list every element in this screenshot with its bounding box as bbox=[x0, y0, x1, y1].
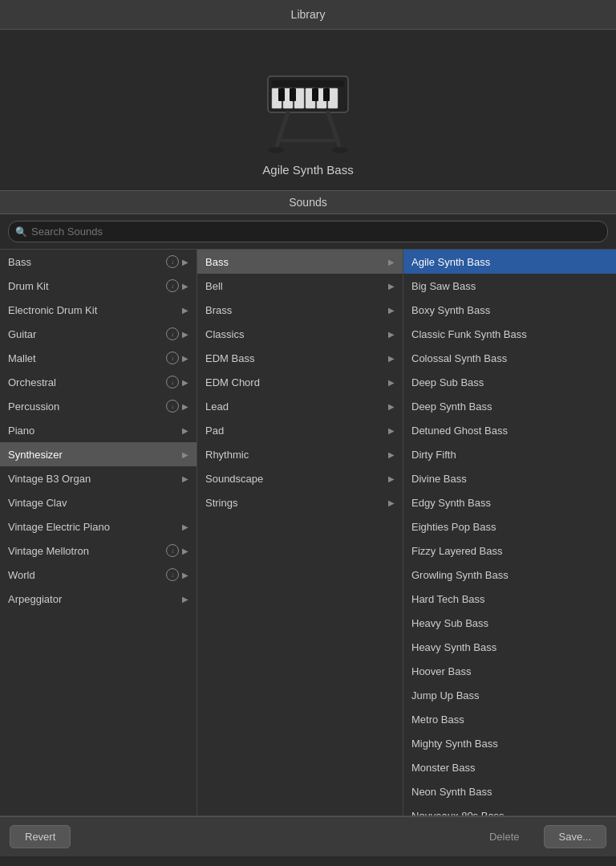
list-item[interactable]: Rhythmic▶ bbox=[197, 442, 403, 466]
download-icon[interactable]: ↓ bbox=[166, 400, 179, 413]
preset-label: Hard Tech Bass bbox=[411, 593, 485, 605]
arrow-right-icon: ▶ bbox=[182, 330, 188, 339]
svg-point-15 bbox=[268, 147, 284, 153]
list-item[interactable]: EDM Chord▶ bbox=[197, 370, 403, 394]
preset-label: Monster Bass bbox=[411, 762, 475, 774]
list-item[interactable]: Soundscape▶ bbox=[197, 466, 403, 490]
list-area: Bass↓▶Drum Kit↓▶Electronic Drum Kit▶Guit… bbox=[0, 250, 616, 816]
list-item[interactable]: Deep Synth Bass bbox=[403, 394, 616, 418]
arrow-right-icon: ▶ bbox=[182, 354, 188, 363]
delete-button[interactable]: Delete bbox=[475, 825, 534, 848]
list-item[interactable]: Heavy Synth Bass bbox=[403, 635, 616, 659]
list-item[interactable]: Big Saw Bass bbox=[403, 274, 616, 298]
list-item[interactable]: Classic Funk Synth Bass bbox=[403, 322, 616, 346]
list-item[interactable]: Growling Synth Bass bbox=[403, 563, 616, 587]
subcategory-label: Classics bbox=[205, 328, 244, 340]
arrow-right-icon: ▶ bbox=[182, 474, 188, 483]
list-item[interactable]: Metro Bass bbox=[403, 707, 616, 731]
list-item[interactable]: Electronic Drum Kit▶ bbox=[0, 298, 197, 322]
arrow-right-icon: ▶ bbox=[182, 547, 188, 555]
arrow-right-icon: ▶ bbox=[182, 282, 188, 291]
list-item[interactable]: Heavy Sub Bass bbox=[403, 611, 616, 635]
preset-label: Hoover Bass bbox=[411, 665, 471, 677]
category-label: Guitar bbox=[8, 328, 36, 340]
list-item[interactable]: Neon Synth Bass bbox=[403, 779, 616, 803]
category-label: Percussion bbox=[8, 400, 59, 413]
list-item[interactable]: Bass▶ bbox=[197, 250, 403, 274]
list-item[interactable]: Boxy Synth Bass bbox=[403, 298, 616, 322]
list-item[interactable]: Hoover Bass bbox=[403, 659, 616, 683]
preset-label: Edgy Synth Bass bbox=[411, 497, 491, 509]
list-item[interactable]: Colossal Synth Bass bbox=[403, 346, 616, 370]
list-item[interactable]: Lead▶ bbox=[197, 394, 403, 418]
svg-line-12 bbox=[276, 112, 288, 148]
list-item[interactable]: Guitar↓▶ bbox=[0, 322, 197, 346]
list-item[interactable]: Classics▶ bbox=[197, 322, 403, 346]
list-item[interactable]: Synthesizer▶ bbox=[0, 442, 197, 466]
subcategory-label: Soundscape bbox=[205, 473, 263, 485]
list-item[interactable]: Deep Sub Bass bbox=[403, 370, 616, 394]
list-item[interactable]: Strings▶ bbox=[197, 490, 403, 514]
arrow-right-icon: ▶ bbox=[182, 378, 188, 387]
subcategory-label: Rhythmic bbox=[205, 449, 249, 461]
list-item[interactable]: EDM Bass▶ bbox=[197, 346, 403, 370]
category-label: World bbox=[8, 569, 35, 581]
subcategory-label: Pad bbox=[205, 425, 224, 437]
list-item[interactable]: Eighties Pop Bass bbox=[403, 514, 616, 539]
category-label: Synthesizer bbox=[8, 449, 63, 461]
list-item[interactable]: Arpeggiator▶ bbox=[0, 587, 197, 611]
list-item[interactable]: World↓▶ bbox=[0, 563, 197, 587]
subcategory-label: Lead bbox=[205, 400, 229, 413]
list-item[interactable]: Bell▶ bbox=[197, 274, 403, 298]
title-bar: Library bbox=[0, 0, 616, 30]
arrow-right-icon: ▶ bbox=[182, 306, 188, 315]
arrow-right-icon: ▶ bbox=[182, 571, 188, 579]
download-icon[interactable]: ↓ bbox=[166, 568, 179, 581]
download-icon[interactable]: ↓ bbox=[166, 255, 179, 268]
category-label: Arpeggiator bbox=[8, 593, 62, 605]
category-label: Mallet bbox=[8, 352, 36, 364]
save-button[interactable]: Save... bbox=[544, 825, 606, 848]
list-item[interactable]: Pad▶ bbox=[197, 418, 403, 442]
preset-label: Fizzy Layered Bass bbox=[411, 545, 502, 557]
list-item[interactable]: Divine Bass bbox=[403, 466, 616, 490]
list-item[interactable]: Nouveaux 80s Bass bbox=[403, 803, 616, 815]
list-item[interactable]: Jump Up Bass bbox=[403, 683, 616, 707]
list-item[interactable]: Fizzy Layered Bass bbox=[403, 539, 616, 563]
download-icon[interactable]: ↓ bbox=[166, 352, 179, 364]
list-item[interactable]: Mighty Synth Bass bbox=[403, 731, 616, 755]
search-bar: 🔍 bbox=[0, 214, 616, 250]
list-item[interactable]: Dirty Fifth bbox=[403, 442, 616, 466]
list-item[interactable]: Bass↓▶ bbox=[0, 250, 197, 274]
arrow-right-icon: ▶ bbox=[388, 450, 395, 459]
download-icon[interactable]: ↓ bbox=[166, 376, 179, 388]
preset-label: Boxy Synth Bass bbox=[411, 304, 490, 316]
list-item[interactable]: Piano▶ bbox=[0, 418, 197, 442]
arrow-right-icon: ▶ bbox=[182, 402, 188, 411]
list-item[interactable]: Brass▶ bbox=[197, 298, 403, 322]
download-icon[interactable]: ↓ bbox=[166, 544, 179, 557]
revert-button[interactable]: Revert bbox=[10, 825, 71, 848]
list-item[interactable]: Agile Synth Bass bbox=[403, 250, 616, 274]
list-item[interactable]: Edgy Synth Bass bbox=[403, 490, 616, 514]
list-item[interactable]: Orchestral↓▶ bbox=[0, 370, 197, 394]
preset-label: Agile Synth Bass bbox=[411, 256, 490, 268]
arrow-right-icon: ▶ bbox=[182, 595, 188, 604]
list-item[interactable]: Percussion↓▶ bbox=[0, 394, 197, 418]
list-item[interactable]: Monster Bass bbox=[403, 755, 616, 779]
subcategory-label: Strings bbox=[205, 497, 237, 509]
list-item[interactable]: Drum Kit↓▶ bbox=[0, 274, 197, 298]
list-item[interactable]: Vintage B3 Organ▶ bbox=[0, 466, 197, 490]
list-item[interactable]: Hard Tech Bass bbox=[403, 587, 616, 611]
svg-line-13 bbox=[328, 112, 340, 148]
download-icon[interactable]: ↓ bbox=[166, 327, 179, 340]
list-item[interactable]: Detuned Ghost Bass bbox=[403, 418, 616, 442]
list-item[interactable]: Vintage Clav bbox=[0, 490, 197, 514]
list-item[interactable]: Vintage Mellotron↓▶ bbox=[0, 539, 197, 563]
preset-label: Jump Up Bass bbox=[411, 689, 480, 701]
list-item[interactable]: Mallet↓▶ bbox=[0, 346, 197, 370]
download-icon[interactable]: ↓ bbox=[166, 279, 179, 292]
preset-label: Big Saw Bass bbox=[411, 280, 476, 292]
list-item[interactable]: Vintage Electric Piano▶ bbox=[0, 514, 197, 539]
search-input[interactable] bbox=[8, 221, 608, 242]
